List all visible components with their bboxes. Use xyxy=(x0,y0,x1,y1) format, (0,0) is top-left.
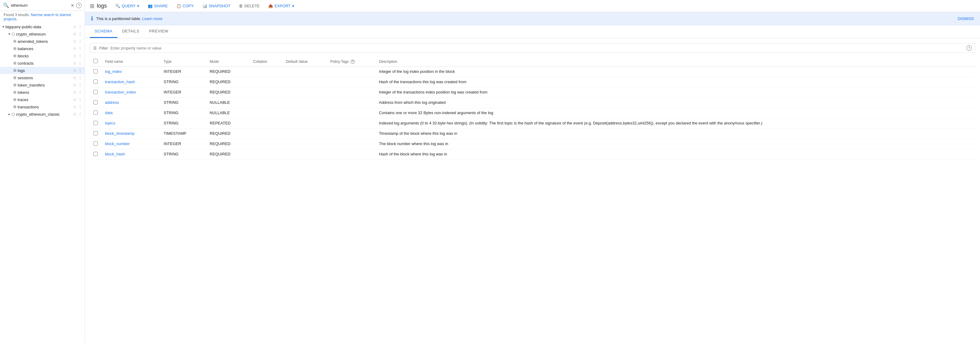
star-icon[interactable]: ☆ xyxy=(73,97,77,102)
sidebar-item-tokens[interactable]: ⊞tokens☆⋮ xyxy=(0,89,85,96)
sidebar-item-crypto_ethereum[interactable]: ▾⬡crypto_ethereum☆⋮ xyxy=(0,30,85,38)
filter-input[interactable] xyxy=(110,46,964,50)
sidebar-item-transactions[interactable]: ⊞transactions☆⋮ xyxy=(0,103,85,110)
tree-item-label: crypto_ethereum_classic xyxy=(16,112,72,116)
row-checkbox[interactable] xyxy=(94,110,98,115)
share-button[interactable]: 👥 SHARE xyxy=(144,2,172,10)
more-options-icon[interactable]: ⋮ xyxy=(78,68,82,73)
field-link[interactable]: topics xyxy=(105,121,115,125)
star-icon[interactable]: ☆ xyxy=(73,104,77,109)
sidebar-item-traces[interactable]: ⊞traces☆⋮ xyxy=(0,96,85,103)
field-link[interactable]: log_index xyxy=(105,69,122,74)
star-icon[interactable]: ☆ xyxy=(73,61,77,65)
star-icon[interactable]: ☆ xyxy=(73,75,77,80)
more-options-icon[interactable]: ⋮ xyxy=(78,32,82,37)
export-button[interactable]: 📤 EXPORT ▾ xyxy=(264,2,298,10)
cell-default xyxy=(282,98,327,108)
sidebar-item-balances[interactable]: ⊞balances☆⋮ xyxy=(0,45,85,52)
star-icon[interactable]: ☆ xyxy=(73,46,77,51)
more-options-icon[interactable]: ⋮ xyxy=(78,39,82,44)
sidebar-item-contracts[interactable]: ⊞contracts☆⋮ xyxy=(0,59,85,67)
field-link[interactable]: block_timestamp xyxy=(105,131,135,136)
cell-type: STRING xyxy=(160,149,206,160)
cell-mode: NULLABLE xyxy=(206,98,250,108)
star-icon[interactable]: ☆ xyxy=(73,32,77,37)
learn-more-link[interactable]: Learn more xyxy=(142,16,162,21)
field-link[interactable]: block_hash xyxy=(105,152,125,156)
row-checkbox[interactable] xyxy=(94,152,98,156)
copy-button[interactable]: 📋 COPY xyxy=(173,2,197,10)
star-icon[interactable]: ☆ xyxy=(73,112,77,116)
sidebar: 🔍 ✕ ? Found 3 results. Narrow search to … xyxy=(0,0,85,343)
table-row: block_numberINTEGERREQUIREDThe block num… xyxy=(90,139,975,149)
sidebar-item-logs[interactable]: ⊞logs☆⋮ xyxy=(0,67,85,74)
more-options-icon[interactable]: ⋮ xyxy=(78,104,82,109)
row-checkbox[interactable] xyxy=(94,142,98,146)
sidebar-item-blocks[interactable]: ⊞blocks☆⋮ xyxy=(0,52,85,59)
cell-field-name: transaction_index xyxy=(101,88,160,98)
row-checkbox[interactable] xyxy=(94,121,98,125)
more-options-icon[interactable]: ⋮ xyxy=(78,97,82,102)
cell-collation xyxy=(250,118,282,129)
table-grid-icon: ⊞ xyxy=(90,3,94,10)
field-link[interactable]: block_number xyxy=(105,142,130,146)
delete-icon: 🗑 xyxy=(239,4,243,8)
row-checkbox-cell xyxy=(90,67,101,77)
toolbar: ⊞ logs 🔍 QUERY ▾ 👥 SHARE 📋 COPY 📊 SNAPSH… xyxy=(85,0,980,12)
snapshot-button[interactable]: 📊 SNAPSHOT xyxy=(199,2,234,10)
star-icon[interactable]: ☆ xyxy=(73,53,77,58)
search-input[interactable] xyxy=(11,3,69,8)
clear-icon[interactable]: ✕ xyxy=(71,3,74,8)
more-options-icon[interactable]: ⋮ xyxy=(78,53,82,58)
more-options-icon[interactable]: ⋮ xyxy=(78,46,82,51)
search-help-icon[interactable]: ? xyxy=(76,3,82,8)
cell-description: Integer of the transactions index positi… xyxy=(375,88,975,98)
field-link[interactable]: transaction_hash xyxy=(105,80,135,84)
policy-help-icon[interactable]: ? xyxy=(351,60,355,64)
tab-details[interactable]: DETAILS xyxy=(118,25,145,38)
tab-preview[interactable]: PREVIEW xyxy=(144,25,173,38)
sidebar-item-amended_tokens[interactable]: ⊞amended_tokens☆⋮ xyxy=(0,38,85,45)
more-options-icon[interactable]: ⋮ xyxy=(78,24,82,29)
tab-schema[interactable]: SCHEMA xyxy=(90,25,118,38)
sidebar-item-sessions[interactable]: ⊞sessions☆⋮ xyxy=(0,74,85,81)
row-checkbox[interactable] xyxy=(94,90,98,94)
tree-item-label: token_transfers xyxy=(18,83,72,88)
row-checkbox[interactable] xyxy=(94,100,98,104)
table-icon: ⊞ xyxy=(13,68,16,73)
star-icon[interactable]: ☆ xyxy=(73,24,77,29)
star-icon[interactable]: ☆ xyxy=(73,90,77,95)
delete-button[interactable]: 🗑 DELETE xyxy=(235,2,263,10)
more-options-icon[interactable]: ⋮ xyxy=(78,61,82,65)
tree-item-label: bigquery-public-data xyxy=(5,25,72,29)
sidebar-item-bigquery-public-data[interactable]: ▾bigquery-public-data☆⋮ xyxy=(0,23,85,30)
dismiss-button[interactable]: DISMISS xyxy=(958,16,974,21)
tree-container: ▾bigquery-public-data☆⋮▾⬡crypto_ethereum… xyxy=(0,23,85,118)
cell-mode: REQUIRED xyxy=(206,129,250,139)
query-icon: 🔍 xyxy=(115,4,120,8)
row-checkbox[interactable] xyxy=(94,69,98,73)
star-icon[interactable]: ☆ xyxy=(73,39,77,44)
query-button[interactable]: 🔍 QUERY ▾ xyxy=(111,2,143,10)
field-link[interactable]: transaction_index xyxy=(105,90,136,94)
star-icon[interactable]: ☆ xyxy=(73,83,77,88)
cell-type: TIMESTAMP xyxy=(160,129,206,139)
cell-mode: REPEATED xyxy=(206,118,250,129)
sidebar-item-crypto_ethereum_classic[interactable]: ▸⬡crypto_ethereum_classic☆⋮ xyxy=(0,110,85,118)
more-options-icon[interactable]: ⋮ xyxy=(78,83,82,88)
select-all-checkbox[interactable] xyxy=(94,59,98,63)
filter-help-icon[interactable]: ? xyxy=(966,45,972,51)
sidebar-item-token_transfers[interactable]: ⊞token_transfers☆⋮ xyxy=(0,81,85,89)
row-checkbox-cell xyxy=(90,118,101,129)
more-options-icon[interactable]: ⋮ xyxy=(78,112,82,116)
field-link[interactable]: address xyxy=(105,100,119,105)
row-checkbox[interactable] xyxy=(94,80,98,84)
field-link[interactable]: data xyxy=(105,110,113,115)
more-options-icon[interactable]: ⋮ xyxy=(78,75,82,80)
row-checkbox[interactable] xyxy=(94,131,98,136)
cell-mode: NULLABLE xyxy=(206,108,250,118)
star-icon[interactable]: ☆ xyxy=(73,68,77,73)
expand-icon: ▾ xyxy=(8,32,10,36)
cell-policy xyxy=(327,67,375,77)
more-options-icon[interactable]: ⋮ xyxy=(78,90,82,95)
